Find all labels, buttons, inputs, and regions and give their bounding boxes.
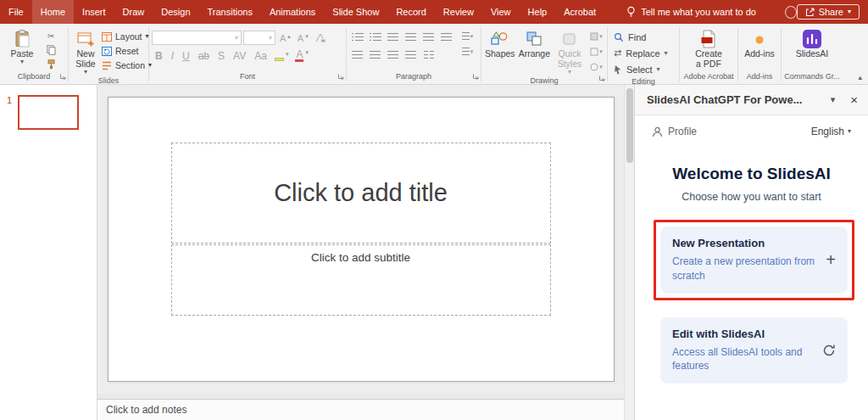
align-right-button[interactable] bbox=[385, 48, 401, 61]
find-button[interactable]: Find bbox=[614, 30, 668, 44]
menu-tab-review[interactable]: Review bbox=[435, 0, 482, 24]
font-family-combo[interactable]: ▾ bbox=[152, 31, 242, 45]
shape-effects-button[interactable]: ▾ bbox=[588, 60, 604, 73]
notes-pane[interactable]: Click to add notes bbox=[97, 399, 624, 420]
profile-label[interactable]: Profile bbox=[668, 126, 697, 137]
shape-fill-icon bbox=[590, 32, 598, 41]
panel-collapse-chevron-icon[interactable]: ▾ bbox=[831, 94, 836, 105]
bold-button[interactable]: B bbox=[152, 50, 166, 62]
align-left-icon bbox=[352, 51, 363, 59]
menu-tab-transitions[interactable]: Transitions bbox=[199, 0, 261, 24]
highlight-color-button[interactable]: ▾ bbox=[272, 51, 292, 61]
justify-button[interactable] bbox=[403, 48, 419, 61]
tell-me-box[interactable]: Tell me what you want to do bbox=[626, 6, 756, 18]
numbering-button[interactable] bbox=[367, 31, 383, 43]
ribbon-group-addins: Add-ins Add-ins bbox=[738, 24, 781, 84]
title-placeholder[interactable]: Click to add title bbox=[171, 143, 551, 244]
menu-tab-insert[interactable]: Insert bbox=[74, 0, 114, 24]
italic-button[interactable]: I bbox=[168, 50, 177, 62]
font-color-button[interactable]: A▾ bbox=[292, 49, 311, 62]
shapes-button[interactable]: Shapes bbox=[484, 27, 516, 59]
cut-button[interactable]: ✂ bbox=[43, 30, 58, 42]
panel-close-button[interactable]: × bbox=[850, 92, 858, 107]
columns-button[interactable] bbox=[420, 48, 437, 61]
text-direction-button[interactable] bbox=[438, 31, 454, 43]
ribbon-group-drawing: Shapes Arrange Quick Styles ▾ ▾ bbox=[481, 24, 607, 84]
reset-button[interactable]: Reset bbox=[102, 44, 152, 58]
paragraph-dialog-launcher-icon[interactable] bbox=[472, 72, 479, 82]
increase-indent-button[interactable] bbox=[403, 31, 419, 43]
select-chevron-icon: ▾ bbox=[657, 66, 660, 73]
edit-with-slidesai-card[interactable]: Edit with SlidesAI Access all SlidesAI t… bbox=[660, 317, 848, 384]
editor-scrollbar-thumb[interactable] bbox=[626, 88, 633, 163]
align-text-button[interactable]: ▾ bbox=[459, 30, 476, 42]
share-button[interactable]: Share ▾ bbox=[797, 4, 860, 20]
character-spacing-button[interactable]: AV bbox=[230, 50, 249, 62]
menu-tab-draw[interactable]: Draw bbox=[114, 0, 153, 24]
menu-tab-design[interactable]: Design bbox=[153, 0, 198, 24]
quick-styles-button[interactable]: Quick Styles ▾ bbox=[553, 27, 587, 76]
shape-fill-button[interactable]: ▾ bbox=[588, 30, 604, 42]
change-case-button[interactable]: Aa bbox=[251, 50, 270, 62]
font-dialog-launcher-icon[interactable] bbox=[337, 72, 344, 82]
shape-outline-button[interactable]: ▾ bbox=[588, 45, 604, 58]
menu-tab-help[interactable]: Help bbox=[520, 0, 556, 24]
align-left-button[interactable] bbox=[349, 48, 365, 61]
convert-smartart-button[interactable]: ▾ bbox=[459, 45, 476, 58]
menu-tab-file[interactable]: File bbox=[0, 0, 32, 24]
strikethrough-button[interactable]: ab bbox=[195, 50, 213, 62]
menu-tab-record[interactable]: Record bbox=[387, 0, 434, 24]
account-avatar[interactable] bbox=[785, 6, 797, 19]
select-button[interactable]: Select ▾ bbox=[614, 62, 668, 76]
editor-scrollbar[interactable] bbox=[624, 85, 634, 420]
slidesai-label: SlidesAI bbox=[796, 48, 829, 59]
new-slide-button[interactable]: New Slide ▾ bbox=[71, 27, 100, 76]
edit-slidesai-title: Edit with SlidesAI bbox=[672, 328, 815, 340]
menu-tab-animations[interactable]: Animations bbox=[261, 0, 324, 24]
subtitle-placeholder[interactable]: Click to add subtitle bbox=[171, 244, 551, 316]
create-pdf-button[interactable]: Create a PDF bbox=[687, 27, 731, 69]
clipboard-dialog-launcher-icon[interactable] bbox=[59, 72, 66, 82]
copy-button[interactable] bbox=[43, 44, 58, 56]
slidesai-button[interactable]: SlidesAI bbox=[789, 27, 835, 59]
paste-chevron-icon: ▾ bbox=[20, 59, 24, 65]
numbering-icon bbox=[370, 33, 371, 41]
arrange-button[interactable]: Arrange bbox=[518, 27, 551, 59]
decrease-indent-button[interactable] bbox=[385, 31, 401, 43]
panel-title: SlidesAI ChatGPT For Powe... bbox=[647, 93, 831, 106]
quick-styles-icon bbox=[562, 29, 577, 48]
slide-canvas[interactable]: Click to add title Click to add subtitle bbox=[108, 97, 615, 382]
bullets-button[interactable] bbox=[349, 31, 365, 43]
clipboard-group-label: Clipboard bbox=[18, 72, 51, 81]
clear-formatting-icon bbox=[315, 33, 326, 42]
language-selector[interactable]: English ▾ bbox=[811, 126, 851, 137]
ribbon-group-acrobat: Create a PDF Adobe Acrobat bbox=[680, 24, 737, 84]
format-painter-button[interactable] bbox=[43, 59, 58, 70]
replace-button[interactable]: ⇄ Replace ▾ bbox=[614, 46, 668, 60]
paste-button[interactable]: Paste ▾ bbox=[3, 27, 42, 65]
text-shadow-button[interactable]: S bbox=[214, 50, 228, 62]
drawing-dialog-launcher-icon[interactable] bbox=[598, 74, 605, 84]
slide-editor: Click to add title Click to add subtitle… bbox=[97, 85, 624, 420]
shrink-font-button[interactable]: A▾ bbox=[295, 33, 311, 43]
copy-icon bbox=[47, 45, 56, 55]
add-ins-button[interactable]: Add-ins bbox=[741, 27, 778, 59]
edit-slidesai-desc: Access all SlidesAI tools and features bbox=[672, 345, 815, 374]
align-center-button[interactable] bbox=[367, 48, 383, 61]
panel-body: Profile English ▾ Welcome to SlidesAI Ch… bbox=[635, 115, 868, 420]
collapse-ribbon-button[interactable]: ▴ bbox=[858, 73, 862, 81]
new-presentation-card[interactable]: New Presentation Create a new presentati… bbox=[660, 227, 848, 294]
line-spacing-button[interactable] bbox=[420, 31, 437, 43]
layout-button[interactable]: Layout ▾ bbox=[102, 30, 152, 43]
menu-tab-slide-show[interactable]: Slide Show bbox=[324, 0, 387, 24]
underline-button[interactable]: U bbox=[179, 50, 193, 62]
slide-1-thumbnail[interactable] bbox=[18, 95, 79, 130]
font-size-combo[interactable]: ▾ bbox=[243, 31, 275, 45]
menu-tab-view[interactable]: View bbox=[482, 0, 520, 24]
clear-formatting-button[interactable] bbox=[313, 33, 328, 42]
grow-font-button[interactable]: A▴ bbox=[277, 33, 293, 43]
menu-tab-home[interactable]: Home bbox=[32, 0, 74, 24]
menu-tab-acrobat[interactable]: Acrobat bbox=[555, 0, 604, 24]
grow-arrow-icon: ▴ bbox=[287, 33, 291, 40]
section-button[interactable]: Section ▾ bbox=[102, 59, 152, 72]
